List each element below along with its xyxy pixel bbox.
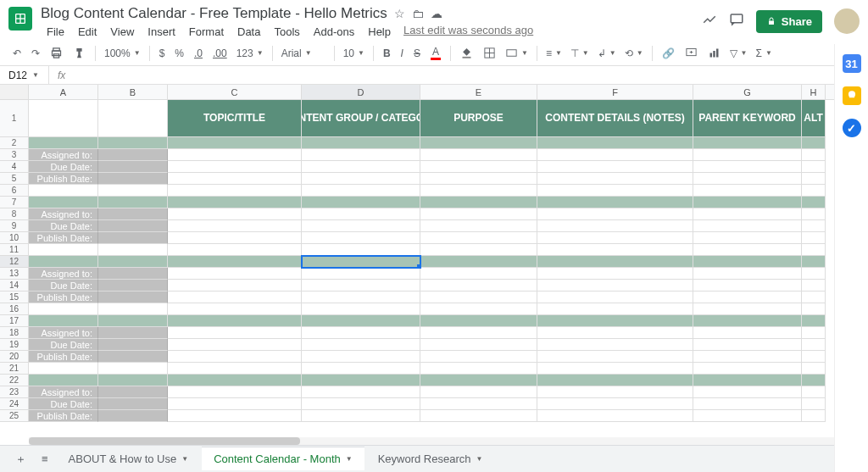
link-button[interactable]: 🔗: [658, 45, 679, 62]
cell-14-H[interactable]: [802, 280, 826, 292]
cell-16-C[interactable]: [168, 303, 302, 315]
row-header-13[interactable]: 13: [0, 268, 29, 280]
cell-9-G[interactable]: [693, 220, 802, 232]
last-edit-link[interactable]: Last edit was seconds ago: [403, 24, 533, 40]
cell-25-F[interactable]: [537, 410, 693, 422]
row-header-9[interactable]: 9: [0, 220, 29, 232]
star-icon[interactable]: ☆: [394, 7, 405, 20]
row-header-5[interactable]: 5: [0, 173, 29, 185]
number-format-select[interactable]: 123▼: [233, 46, 267, 61]
undo-button[interactable]: ↶: [8, 45, 25, 62]
row-header-25[interactable]: 25: [0, 410, 29, 422]
cell-20-G[interactable]: [693, 351, 802, 363]
cell-3-G[interactable]: [693, 149, 802, 161]
cell-1-E[interactable]: PURPOSE: [420, 100, 537, 137]
row-header-3[interactable]: 3: [0, 149, 29, 161]
cell-5-A[interactable]: Publish Date:: [29, 173, 98, 185]
cell-9-A[interactable]: Due Date:: [29, 220, 98, 232]
row-header-18[interactable]: 18: [0, 327, 29, 339]
cell-25-C[interactable]: [168, 410, 302, 422]
row-header-6[interactable]: 6: [0, 185, 29, 197]
row-header-19[interactable]: 19: [0, 339, 29, 351]
zoom-select[interactable]: 100%▼: [101, 46, 144, 61]
cell-8-F[interactable]: [537, 208, 693, 220]
cell-9-D[interactable]: [302, 220, 420, 232]
cell-3-F[interactable]: [537, 149, 693, 161]
cell-14-B[interactable]: [98, 280, 168, 292]
cell-17-B[interactable]: [98, 315, 168, 327]
dec-decimal-button[interactable]: .0: [190, 45, 207, 62]
cell-21-E[interactable]: [420, 363, 537, 375]
cell-11-G[interactable]: [693, 244, 802, 256]
cell-19-G[interactable]: [693, 339, 802, 351]
cell-18-F[interactable]: [537, 327, 693, 339]
cell-11-A[interactable]: [29, 244, 98, 256]
share-button[interactable]: Share: [756, 10, 822, 33]
cell-20-E[interactable]: [420, 351, 537, 363]
cell-18-C[interactable]: [168, 327, 302, 339]
cell-23-E[interactable]: [420, 386, 537, 398]
cell-24-G[interactable]: [693, 398, 802, 410]
comment-button[interactable]: [681, 44, 702, 62]
cell-3-A[interactable]: Assigned to:: [29, 149, 98, 161]
cell-6-F[interactable]: [537, 185, 693, 197]
cell-14-D[interactable]: [302, 280, 420, 292]
document-title[interactable]: Blog Content Calendar - Free Template - …: [41, 5, 387, 22]
cell-23-H[interactable]: [802, 386, 826, 398]
filter-button[interactable]: ▽▼: [726, 46, 751, 61]
cell-16-A[interactable]: [29, 303, 98, 315]
cell-22-F[interactable]: [537, 375, 693, 386]
cell-18-E[interactable]: [420, 327, 537, 339]
cell-13-E[interactable]: [420, 268, 537, 280]
cell-3-H[interactable]: [802, 149, 826, 161]
cell-20-C[interactable]: [168, 351, 302, 363]
cell-1-A[interactable]: [29, 100, 98, 137]
cell-20-F[interactable]: [537, 351, 693, 363]
cell-24-D[interactable]: [302, 398, 420, 410]
cell-17-C[interactable]: [168, 315, 302, 327]
menu-data[interactable]: Data: [231, 24, 266, 40]
valign-button[interactable]: ⊤▼: [567, 46, 593, 61]
cell-11-F[interactable]: [537, 244, 693, 256]
row-header-2[interactable]: 2: [0, 137, 29, 149]
cell-24-A[interactable]: Due Date:: [29, 398, 98, 410]
cell-5-B[interactable]: [98, 173, 168, 185]
cell-22-C[interactable]: [168, 375, 302, 386]
cell-14-E[interactable]: [420, 280, 537, 292]
cell-12-B[interactable]: [98, 256, 168, 268]
row-header-20[interactable]: 20: [0, 351, 29, 363]
cell-11-C[interactable]: [168, 244, 302, 256]
cell-7-F[interactable]: [537, 197, 693, 208]
cell-8-D[interactable]: [302, 208, 420, 220]
cell-3-B[interactable]: [98, 149, 168, 161]
cell-6-G[interactable]: [693, 185, 802, 197]
cell-9-H[interactable]: [802, 220, 826, 232]
cell-1-C[interactable]: TOPIC/TITLE: [168, 100, 302, 137]
text-color-button[interactable]: A: [426, 43, 445, 63]
cell-12-D[interactable]: [302, 256, 420, 268]
cell-19-F[interactable]: [537, 339, 693, 351]
menu-addons[interactable]: Add-ons: [308, 24, 360, 40]
cell-4-B[interactable]: [98, 161, 168, 173]
cell-24-H[interactable]: [802, 398, 826, 410]
col-header-e[interactable]: E: [420, 85, 537, 99]
cell-6-D[interactable]: [302, 185, 420, 197]
cell-15-E[interactable]: [420, 292, 537, 303]
keep-addon-icon[interactable]: [843, 86, 861, 105]
cell-19-B[interactable]: [98, 339, 168, 351]
cell-5-C[interactable]: [168, 173, 302, 185]
cell-17-H[interactable]: [802, 315, 826, 327]
row-header-16[interactable]: 16: [0, 303, 29, 315]
cell-2-E[interactable]: [420, 137, 537, 149]
cell-17-E[interactable]: [420, 315, 537, 327]
cell-10-B[interactable]: [98, 232, 168, 244]
row-header-1[interactable]: 1: [0, 100, 29, 137]
cell-21-F[interactable]: [537, 363, 693, 375]
cell-15-G[interactable]: [693, 292, 802, 303]
cell-6-A[interactable]: [29, 185, 98, 197]
cell-13-C[interactable]: [168, 268, 302, 280]
col-header-f[interactable]: F: [537, 85, 693, 99]
cell-15-F[interactable]: [537, 292, 693, 303]
cell-20-D[interactable]: [302, 351, 420, 363]
row-header-21[interactable]: 21: [0, 363, 29, 375]
